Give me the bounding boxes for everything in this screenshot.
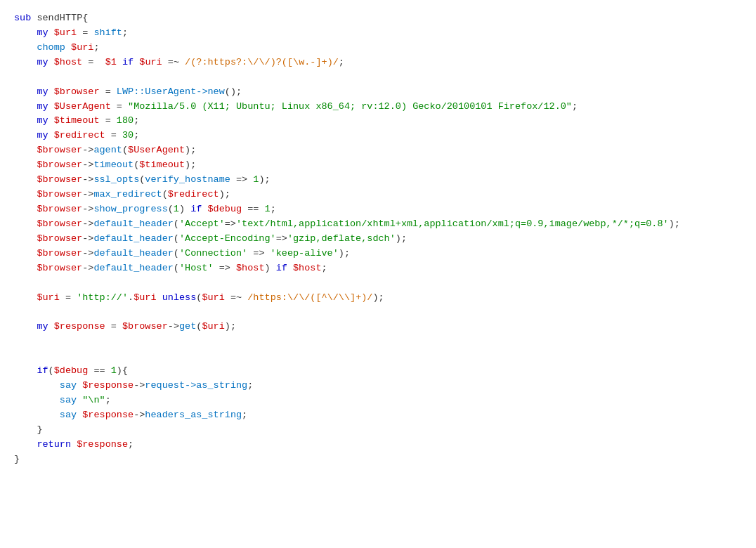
fn-get: get: [179, 321, 196, 332]
str-connection-val: 'keep-alive': [271, 248, 339, 259]
fn-chomp: chomp: [37, 42, 65, 53]
function-name: sendHTTP: [37, 13, 82, 23]
var-uri6: $uri: [202, 292, 224, 303]
fn-timeout: timeout: [93, 159, 133, 170]
fn-shift: shift: [93, 27, 122, 38]
var-host2: $host: [236, 263, 265, 273]
keyword-unless: unless: [162, 292, 197, 303]
fn-default-header1: default_header: [93, 218, 173, 229]
fn-agent: agent: [93, 145, 122, 155]
var-host: $host: [54, 57, 83, 67]
var-browser5: $browser: [37, 189, 82, 200]
var-response: $response: [54, 321, 105, 332]
var-redirect: $redirect: [54, 130, 105, 141]
keyword-my: my: [37, 27, 48, 38]
fn-default-header4: default_header: [93, 263, 173, 273]
var-uri: $uri: [54, 27, 77, 38]
var-host3: $host: [293, 263, 322, 273]
var-uri3: $uri: [139, 57, 162, 67]
var-browser6: $browser: [37, 204, 82, 214]
num-1b: 1: [174, 204, 179, 214]
fn-say2: say: [60, 395, 77, 405]
var-response2: $response: [82, 380, 133, 391]
var-uri5: $uri: [133, 292, 156, 303]
keyword-if2: if: [190, 204, 202, 214]
keyword-if3: if: [276, 263, 287, 273]
fn-default-header3: default_header: [93, 248, 173, 259]
var-response4: $response: [77, 439, 128, 450]
code-editor: sub sendHTTP{ my $uri = shift; chomp $ur…: [14, 11, 742, 467]
var-response3: $response: [82, 410, 133, 420]
str-connection-key: 'Connection': [179, 248, 247, 259]
fn-say1: say: [60, 380, 77, 391]
str-useragent: "Mozilla/5.0 (X11; Ubuntu; Linux x86_64;…: [128, 101, 572, 112]
var-1: $1: [105, 57, 117, 67]
keyword-my7: my: [37, 321, 48, 332]
fn-ssl-opts: ssl_opts: [93, 174, 139, 185]
keyword-if: if: [122, 57, 133, 67]
num-30: 30: [122, 130, 133, 141]
var-browser7: $browser: [37, 218, 82, 229]
var-timeout: $timeout: [54, 115, 100, 126]
var-browser4: $browser: [37, 174, 82, 185]
keyword-if4: if: [37, 365, 48, 376]
regex-host: /(?:https?:\/\/)?([\w.-]+)/: [185, 57, 339, 67]
var-redirect2: $redirect: [168, 189, 219, 200]
var-browser2: $browser: [37, 145, 82, 155]
str-accept-val: 'text/html,application/xhtml+xml,applica…: [236, 218, 669, 229]
var-browser10: $browser: [37, 263, 82, 273]
fn-show-progress: show_progress: [93, 204, 167, 214]
var-browser: $browser: [54, 86, 100, 97]
regex-https: /https:\/\/([^\/\\]+)/: [247, 292, 372, 303]
keyword-my5: my: [37, 115, 48, 126]
num-1d: 1: [111, 365, 117, 376]
str-encoding-val: 'gzip,deflate,sdch': [287, 233, 396, 244]
fn-headers: headers_as_string: [145, 410, 242, 420]
keyword-return: return: [37, 439, 71, 450]
fn-request: request->as_string: [145, 380, 247, 391]
keyword-sub: sub: [14, 13, 31, 23]
str-host-key: 'Host': [179, 263, 214, 273]
var-browser3: $browser: [37, 159, 82, 170]
var-debug: $debug: [207, 204, 242, 214]
keyword-my3: my: [37, 86, 48, 97]
var-useragent2: $UserAgent: [128, 145, 185, 155]
var-uri7: $uri: [202, 321, 224, 332]
str-newline: "\n": [82, 395, 105, 405]
keyword-my4: my: [37, 101, 48, 112]
var-browser11: $browser: [122, 321, 168, 332]
var-uri4: $uri: [37, 292, 59, 303]
fn-max-redirect: max_redirect: [93, 189, 162, 200]
num-1c: 1: [265, 204, 271, 214]
fn-say3: say: [60, 410, 77, 420]
keyword-my2: my: [37, 57, 48, 67]
var-browser8: $browser: [37, 233, 82, 244]
str-http: 'http://': [77, 292, 128, 303]
var-timeout2: $timeout: [139, 159, 185, 170]
num-180: 180: [117, 115, 133, 126]
fn-lwp: LWP::UserAgent->new: [117, 86, 225, 97]
param-verify: verify_hostname: [145, 174, 230, 185]
var-uri2: $uri: [71, 42, 93, 53]
var-browser9: $browser: [37, 248, 82, 259]
str-accept-key: 'Accept': [179, 218, 225, 229]
var-debug2: $debug: [54, 365, 89, 376]
keyword-my6: my: [37, 130, 48, 141]
str-encoding-key: 'Accept-Encoding': [179, 233, 276, 244]
fn-default-header2: default_header: [93, 233, 173, 244]
var-useragent: $UserAgent: [54, 101, 111, 112]
